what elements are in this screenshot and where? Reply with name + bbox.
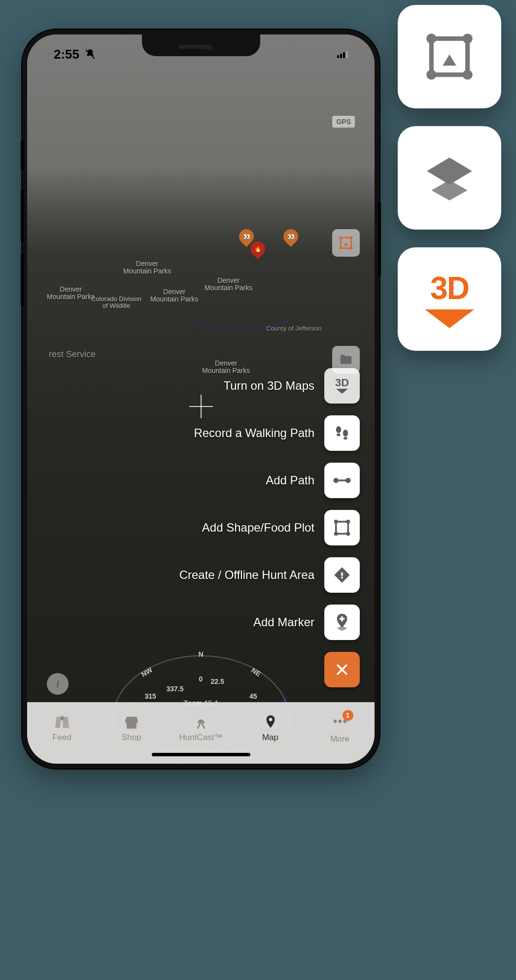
tab-label: More xyxy=(330,734,349,744)
tab-label: HuntCast™ xyxy=(179,733,223,743)
tab-more[interactable]: 1 More xyxy=(305,703,375,754)
svg-rect-17 xyxy=(337,479,347,481)
map-pin-icon xyxy=(262,714,279,731)
svg-rect-5 xyxy=(447,66,451,70)
map-label: Denver Mountain Parks xyxy=(47,286,95,301)
tab-label: Shop xyxy=(122,733,141,743)
svg-point-23 xyxy=(333,719,337,723)
shop-icon xyxy=(123,714,140,731)
fab-label: Add Marker xyxy=(253,615,314,629)
compass-deg: 45 xyxy=(249,692,257,700)
map-label: County of Jefferson xyxy=(266,325,322,332)
layers-icon xyxy=(422,151,477,205)
map-label: Denver Mountain Parks xyxy=(205,277,252,292)
fab-label: Turn on 3D Maps xyxy=(223,379,314,393)
svg-point-20 xyxy=(334,532,338,536)
close-icon xyxy=(324,652,360,687)
tab-shop[interactable]: Shop xyxy=(97,703,166,754)
svg-point-13 xyxy=(343,430,348,437)
fab-menu: Turn on 3D Maps 3D Record a Walking Path… xyxy=(179,368,360,687)
fab-item-offline-area[interactable]: Create / Offline Hunt Area xyxy=(179,557,360,593)
fab-label: Add Path xyxy=(266,473,314,487)
svg-point-19 xyxy=(346,520,350,524)
three-d-label: 3D xyxy=(430,270,469,306)
tab-huntcast[interactable]: HuntCast™ xyxy=(166,703,236,754)
callout-hunt-area[interactable] xyxy=(398,5,501,108)
svg-point-18 xyxy=(334,520,338,524)
callout-layers[interactable] xyxy=(398,126,501,230)
svg-point-1 xyxy=(426,34,436,43)
svg-point-24 xyxy=(338,719,342,723)
volume-up-button xyxy=(21,190,24,241)
notch xyxy=(142,34,260,56)
feed-icon xyxy=(54,714,70,731)
chevron-down-icon xyxy=(425,309,474,328)
huntcast-icon xyxy=(193,714,209,731)
svg-point-10 xyxy=(350,247,352,249)
svg-point-7 xyxy=(340,237,342,239)
map-marker-glassing[interactable]: 👀 xyxy=(283,229,298,247)
fab-close[interactable] xyxy=(324,652,360,687)
fab-item-add-shape[interactable]: Add Shape/Food Plot xyxy=(202,510,360,545)
fab-label: Add Shape/Food Plot xyxy=(202,521,314,535)
fab-item-record-path[interactable]: Record a Walking Path xyxy=(194,415,360,451)
fab-label: Create / Offline Hunt Area xyxy=(179,568,314,582)
footsteps-icon xyxy=(324,415,360,451)
path-icon xyxy=(324,463,360,498)
fab-item-add-path[interactable]: Add Path xyxy=(266,463,360,498)
status-time: 2:55 xyxy=(54,47,79,62)
add-marker-icon xyxy=(324,605,360,640)
gps-chip[interactable]: GPS xyxy=(332,116,355,128)
map-label: Denver Mountain Parks xyxy=(123,260,171,275)
home-indicator[interactable] xyxy=(152,753,250,756)
map-marker-camp[interactable]: 🔥 xyxy=(250,241,265,259)
sidebar-tool-hunt-area[interactable] xyxy=(332,229,360,257)
folder-icon xyxy=(339,352,353,367)
mute-switch xyxy=(21,140,24,170)
svg-point-2 xyxy=(463,34,473,43)
cellular-signal-icon xyxy=(337,51,348,58)
hunt-area-icon xyxy=(422,30,477,84)
svg-point-22 xyxy=(269,718,272,721)
badge-count: 1 xyxy=(343,710,353,721)
hunt-area-outline-icon xyxy=(338,235,354,251)
tab-map[interactable]: Map xyxy=(236,703,305,754)
tab-label: Feed xyxy=(52,733,71,743)
offline-area-icon xyxy=(324,557,360,593)
tab-feed[interactable]: Feed xyxy=(27,703,97,754)
compass-deg: 315 xyxy=(145,692,156,700)
callout-3d[interactable]: 3D xyxy=(398,247,501,351)
map-label: Denver Mountain Parks xyxy=(150,288,198,304)
map-label: Colorado Division of Wildlife xyxy=(91,296,141,310)
power-button xyxy=(378,202,381,276)
3d-maps-icon: 3D xyxy=(324,368,360,404)
callout-stack: 3D xyxy=(398,5,501,351)
svg-point-11 xyxy=(336,426,342,433)
svg-point-4 xyxy=(463,70,473,80)
bell-slash-icon xyxy=(84,48,96,60)
phone-frame: 2:55 Denver Mountain Parks Denver Mounta… xyxy=(22,30,379,769)
svg-point-14 xyxy=(344,437,347,440)
svg-point-21 xyxy=(346,532,350,536)
info-button[interactable]: i xyxy=(47,673,69,695)
screen: 2:55 Denver Mountain Parks Denver Mounta… xyxy=(27,34,375,764)
map-label: rest Service xyxy=(49,350,96,360)
fab-item-3d-maps[interactable]: Turn on 3D Maps 3D xyxy=(223,368,360,404)
svg-point-8 xyxy=(350,237,352,239)
svg-point-9 xyxy=(340,247,342,249)
fab-label: Record a Walking Path xyxy=(194,426,314,440)
volume-down-button xyxy=(21,254,24,305)
shape-icon xyxy=(324,510,360,545)
fab-item-add-marker[interactable]: Add Marker xyxy=(253,605,360,640)
tab-label: Map xyxy=(262,733,278,743)
svg-point-3 xyxy=(426,70,436,80)
svg-point-12 xyxy=(337,434,341,437)
